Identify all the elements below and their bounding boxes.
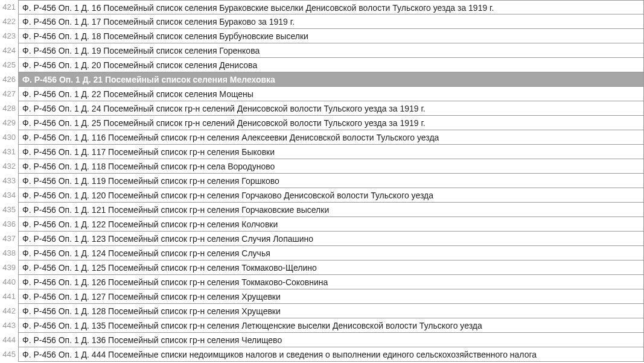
row-number: 423 <box>0 29 18 43</box>
row-title: Ф. Р-456 Оп. 1 Д. 17 Посемейный список с… <box>18 14 644 29</box>
row-number: 429 <box>0 116 18 130</box>
row-title: Ф. Р-456 Оп. 1 Д. 20 Посемейный список с… <box>18 58 644 72</box>
row-number: 433 <box>0 174 18 188</box>
table-row[interactable]: 431Ф. Р-456 Оп. 1 Д. 117 Посемейный спис… <box>0 145 644 159</box>
row-number: 426 <box>0 72 18 87</box>
row-number: 430 <box>0 130 18 145</box>
row-title: Ф. Р-456 Оп. 1 Д. 136 Посемейный список … <box>18 333 644 347</box>
row-title: Ф. Р-456 Оп. 1 Д. 444 Посемейные списки … <box>18 347 644 362</box>
row-number: 444 <box>0 333 18 347</box>
row-title: Ф. Р-456 Оп. 1 Д. 128 Посемейный список … <box>18 304 644 318</box>
table-row[interactable]: 439Ф. Р-456 Оп. 1 Д. 125 Посемейный спис… <box>0 260 644 275</box>
table-row[interactable]: 422Ф. Р-456 Оп. 1 Д. 17 Посемейный списо… <box>0 14 644 29</box>
table-row[interactable]: 424Ф. Р-456 Оп. 1 Д. 19 Посемейный списо… <box>0 43 644 58</box>
row-number: 431 <box>0 145 18 159</box>
table-row[interactable]: 436Ф. Р-456 Оп. 1 Д. 122 Посемейный спис… <box>0 217 644 232</box>
row-title: Ф. Р-456 Оп. 1 Д. 16 Посемейный список с… <box>18 0 644 14</box>
table-row[interactable]: 428Ф. Р-456 Оп. 1 Д. 24 Посемейный списо… <box>0 101 644 116</box>
row-number: 439 <box>0 260 18 275</box>
table-row[interactable]: 425Ф. Р-456 Оп. 1 Д. 20 Посемейный списо… <box>0 58 644 72</box>
row-number: 427 <box>0 87 18 101</box>
row-title: Ф. Р-456 Оп. 1 Д. 125 Посемейный список … <box>18 260 644 275</box>
table-row[interactable]: 433Ф. Р-456 Оп. 1 Д. 119 Посемейный спис… <box>0 174 644 188</box>
row-title: Ф. Р-456 Оп. 1 Д. 123 Посемейный список … <box>18 232 644 246</box>
table-row[interactable]: 438Ф. Р-456 Оп. 1 Д. 124 Посемейный спис… <box>0 246 644 260</box>
row-title: Ф. Р-456 Оп. 1 Д. 135 Посемейный список … <box>18 318 644 333</box>
row-title: Ф. Р-456 Оп. 1 Д. 119 Посемейный список … <box>18 174 644 188</box>
table-row[interactable]: 434Ф. Р-456 Оп. 1 Д. 120 Посемейный спис… <box>0 188 644 203</box>
table-row[interactable]: 421Ф. Р-456 Оп. 1 Д. 16 Посемейный списо… <box>0 0 644 14</box>
row-number: 434 <box>0 188 18 203</box>
row-title: Ф. Р-456 Оп. 1 Д. 25 Посемейный список г… <box>18 116 644 130</box>
row-title: Ф. Р-456 Оп. 1 Д. 22 Посемейный список с… <box>18 87 644 101</box>
archive-list-table: 421Ф. Р-456 Оп. 1 Д. 16 Посемейный списо… <box>0 0 644 362</box>
table-row[interactable]: 423Ф. Р-456 Оп. 1 Д. 18 Посемейный списо… <box>0 29 644 43</box>
row-number: 422 <box>0 14 18 29</box>
table-row[interactable]: 445Ф. Р-456 Оп. 1 Д. 444 Посемейные спис… <box>0 347 644 362</box>
row-title: Ф. Р-456 Оп. 1 Д. 126 Посемейный список … <box>18 275 644 289</box>
table-row[interactable]: 440Ф. Р-456 Оп. 1 Д. 126 Посемейный спис… <box>0 275 644 289</box>
table-row[interactable]: 426Ф. Р-456 Оп. 1 Д. 21 Посемейный списо… <box>0 72 644 87</box>
row-number: 445 <box>0 347 18 362</box>
row-number: 437 <box>0 232 18 246</box>
row-title: Ф. Р-456 Оп. 1 Д. 24 Посемейный список г… <box>18 101 644 116</box>
row-title: Ф. Р-456 Оп. 1 Д. 19 Посемейный список с… <box>18 43 644 58</box>
table-row[interactable]: 435Ф. Р-456 Оп. 1 Д. 121 Посемейный спис… <box>0 203 644 217</box>
table-row[interactable]: 432Ф. Р-456 Оп. 1 Д. 118 Посемейный спис… <box>0 159 644 174</box>
row-number: 443 <box>0 318 18 333</box>
table-row[interactable]: 429Ф. Р-456 Оп. 1 Д. 25 Посемейный списо… <box>0 116 644 130</box>
row-number: 421 <box>0 0 18 14</box>
table-row[interactable]: 441Ф. Р-456 Оп. 1 Д. 127 Посемейный спис… <box>0 289 644 304</box>
table-row[interactable]: 442Ф. Р-456 Оп. 1 Д. 128 Посемейный спис… <box>0 304 644 318</box>
table-row[interactable]: 430Ф. Р-456 Оп. 1 Д. 116 Посемейный спис… <box>0 130 644 145</box>
table-row[interactable]: 443Ф. Р-456 Оп. 1 Д. 135 Посемейный спис… <box>0 318 644 333</box>
row-title: Ф. Р-456 Оп. 1 Д. 122 Посемейный список … <box>18 217 644 232</box>
row-title: Ф. Р-456 Оп. 1 Д. 116 Посемейный список … <box>18 130 644 145</box>
row-number: 440 <box>0 275 18 289</box>
table-row[interactable]: 444Ф. Р-456 Оп. 1 Д. 136 Посемейный спис… <box>0 333 644 347</box>
row-number: 432 <box>0 159 18 174</box>
row-title: Ф. Р-456 Оп. 1 Д. 120 Посемейный список … <box>18 188 644 203</box>
table-row[interactable]: 427Ф. Р-456 Оп. 1 Д. 22 Посемейный списо… <box>0 87 644 101</box>
row-number: 436 <box>0 217 18 232</box>
row-title: Ф. Р-456 Оп. 1 Д. 18 Посемейный список с… <box>18 29 644 43</box>
row-title: Ф. Р-456 Оп. 1 Д. 124 Посемейный список … <box>18 246 644 260</box>
row-title: Ф. Р-456 Оп. 1 Д. 118 Посемейный список … <box>18 159 644 174</box>
row-title: Ф. Р-456 Оп. 1 Д. 127 Посемейный список … <box>18 289 644 304</box>
row-number: 438 <box>0 246 18 260</box>
row-number: 425 <box>0 58 18 72</box>
row-number: 441 <box>0 289 18 304</box>
table-row[interactable]: 437Ф. Р-456 Оп. 1 Д. 123 Посемейный спис… <box>0 232 644 246</box>
row-title: Ф. Р-456 Оп. 1 Д. 121 Посемейный список … <box>18 203 644 217</box>
row-number: 428 <box>0 101 18 116</box>
row-number: 435 <box>0 203 18 217</box>
row-title: Ф. Р-456 Оп. 1 Д. 117 Посемейный список … <box>18 145 644 159</box>
row-number: 424 <box>0 43 18 58</box>
row-number: 442 <box>0 304 18 318</box>
row-title: Ф. Р-456 Оп. 1 Д. 21 Посемейный список с… <box>18 72 644 87</box>
